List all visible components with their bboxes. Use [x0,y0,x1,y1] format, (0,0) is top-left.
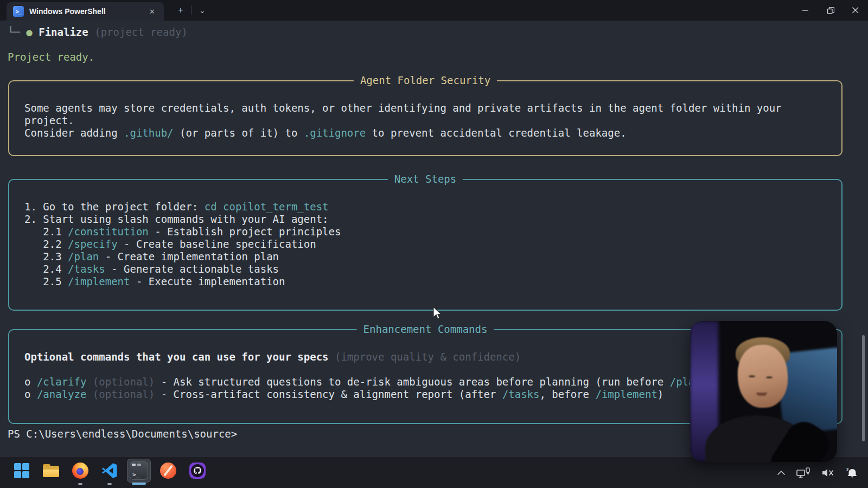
file-explorer-button[interactable] [39,459,63,483]
chevron-up-icon[interactable] [777,470,786,476]
terminal-icon: >_ [130,461,148,480]
webcam-overlay [690,321,837,462]
shell-prompt[interactable]: PS C:\Users\endless\Documents\source> [8,428,237,440]
windows-logo-icon [14,463,29,478]
orange-app-button[interactable] [156,459,180,483]
folder-icon [43,464,59,477]
window-controls [793,0,868,21]
running-indicator [78,483,82,485]
svg-text:z: z [846,467,849,472]
terminal-line: 2. Start using slash commands with your … [24,213,831,226]
terminal-line: project. [24,114,831,127]
tab-close-icon[interactable]: ✕ [146,7,158,17]
minimize-button[interactable] [793,0,818,21]
terminal-line: 2.4 /tasks - Generate actionable tasks [24,263,831,275]
titlebar: >_ Windows PowerShell ✕ + ⌄ [0,0,868,21]
terminal-line: Some agents may store credentials, auth … [24,102,831,114]
terminal-tab[interactable]: >_ Windows PowerShell ✕ [7,2,164,21]
presenter-mouth [756,393,767,396]
github-desktop-button[interactable] [186,459,209,483]
terminal-line: 1. Go to the project folder: cd copilot_… [24,201,831,213]
powershell-icon: >_ [13,6,24,17]
presenter-eye [749,375,755,377]
windows-terminal-button[interactable]: >_ [127,459,151,483]
scrollbar-thumb[interactable] [862,335,865,441]
active-indicator [132,483,146,485]
panel-body: Some agents may store credentials, auth … [9,81,841,139]
tab-bar-divider [191,5,192,15]
running-indicator [107,483,112,485]
github-icon [189,463,206,479]
panel-body: 1. Go to the project folder: cd copilot_… [9,180,841,288]
terminal-line: 2.3 /plan - Create implementation plan [24,251,831,263]
panel-title: Next Steps [388,173,463,185]
panel-next-steps: Next Steps 1. Go to the project folder: … [8,179,843,311]
system-tray: z [777,460,858,485]
tab-title: Windows PowerShell [29,7,146,16]
new-tab-button[interactable]: + [171,2,190,18]
desktop: >_ Windows PowerShell ✕ + ⌄ └─ ● Finaliz… [0,0,868,488]
notification-bell-dnd-icon[interactable]: z [845,467,858,479]
presenter-eye [766,376,773,378]
panel-title: Agent Folder Security [354,74,497,87]
restore-button[interactable] [818,0,843,21]
project-ready-line: Project ready. [8,51,94,63]
terminal-line: 2.1 /constitution - Establish project pr… [24,226,831,238]
mouse-cursor [432,306,443,320]
volume-muted-icon[interactable] [821,468,834,478]
firefox-icon [72,463,88,479]
terminal-line: 2.2 /specify - Create baseline specifica… [24,238,831,251]
vscode-button[interactable] [98,459,122,483]
tab-dropdown-button[interactable]: ⌄ [193,2,212,18]
close-button[interactable] [843,0,868,21]
orange-app-icon [160,463,176,479]
finalize-status-line: └─ ● Finalize (project ready) [8,26,188,38]
panel-title: Enhancement Commands [357,323,494,336]
network-ethernet-icon[interactable] [796,467,810,478]
vscode-icon [101,463,118,479]
taskbar-app-icons: >_ [10,459,209,483]
start-button[interactable] [10,459,34,483]
terminal-line: 2.5 /implement - Execute implementation [24,275,831,288]
terminal-line: Consider adding .github/ (or parts of it… [24,127,831,139]
firefox-button[interactable] [68,459,92,483]
panel-agent-folder-security: Agent Folder Security Some agents may st… [8,80,843,156]
